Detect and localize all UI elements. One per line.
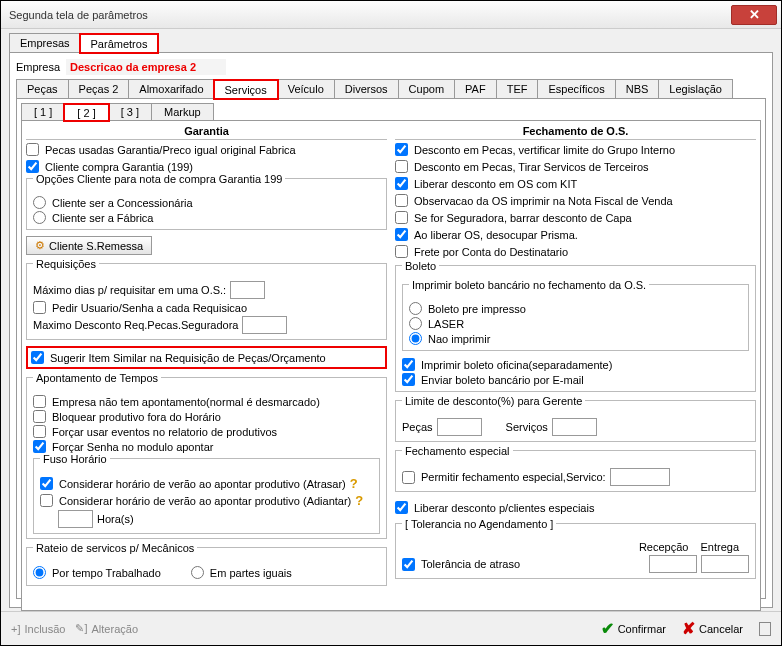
x-icon: ✘ bbox=[682, 619, 695, 638]
input-entrega[interactable] bbox=[701, 555, 749, 573]
btn-inclusao[interactable]: +]Inclusão bbox=[11, 622, 65, 635]
help-icon[interactable]: ? bbox=[350, 476, 358, 491]
lbl-cancelar: Cancelar bbox=[699, 623, 743, 635]
tab-tef[interactable]: TEF bbox=[496, 79, 539, 98]
lbl-imp-oficina: Imprimir boleto oficina(separadamente) bbox=[421, 359, 612, 371]
edit-icon: ✎] bbox=[75, 622, 87, 635]
help-icon[interactable]: ? bbox=[355, 493, 363, 508]
tab-almoxarifado[interactable]: Almoxarifado bbox=[128, 79, 214, 98]
lbl-env-email: Enviar boleto bancário por E-mail bbox=[421, 374, 584, 386]
chk-f1[interactable] bbox=[40, 477, 53, 490]
btn-alteracao[interactable]: ✎]Alteração bbox=[75, 622, 138, 635]
chk-a1[interactable] bbox=[33, 395, 46, 408]
tab-pecas[interactable]: Peças bbox=[16, 79, 69, 98]
req-title: Requisições bbox=[33, 258, 99, 270]
resize-grip-icon bbox=[759, 622, 771, 636]
btn-cancelar[interactable]: ✘Cancelar bbox=[682, 619, 743, 638]
lbl-pecas: Peças bbox=[402, 421, 433, 433]
tab-veiculo[interactable]: Veículo bbox=[277, 79, 335, 98]
lbl-confirmar: Confirmar bbox=[618, 623, 666, 635]
rad-b1[interactable] bbox=[409, 302, 422, 315]
lim-title: Limite de desconto(%) para Gerente bbox=[402, 395, 585, 407]
tab-servicos[interactable]: Serviços bbox=[214, 80, 278, 99]
chk-c6[interactable] bbox=[395, 228, 408, 241]
chk-sugerir-item[interactable] bbox=[31, 351, 44, 364]
apont-title: Apontamento de Tempos bbox=[33, 372, 161, 384]
rad-b2[interactable] bbox=[409, 317, 422, 330]
lbl-b2: LASER bbox=[428, 318, 464, 330]
rad-r2[interactable] bbox=[191, 566, 204, 579]
lbl-c4: Observacao da OS imprimir na Nota Fiscal… bbox=[414, 195, 673, 207]
lbl-o2: Cliente ser a Fábrica bbox=[52, 212, 154, 224]
chk-a4[interactable] bbox=[33, 440, 46, 453]
tab-paf[interactable]: PAF bbox=[454, 79, 497, 98]
tab-empresas[interactable]: Empresas bbox=[9, 33, 81, 52]
chk-env-email[interactable] bbox=[402, 373, 415, 386]
chk-c5[interactable] bbox=[395, 211, 408, 224]
lbl-b3: Nao imprimir bbox=[428, 333, 490, 345]
opt-title: Opções Cliente para nota de compra Garan… bbox=[33, 173, 285, 185]
input-pecas[interactable] bbox=[437, 418, 482, 436]
chk-lib-desc[interactable] bbox=[395, 501, 408, 514]
close-button[interactable]: ✕ bbox=[731, 5, 777, 25]
input-servicos[interactable] bbox=[552, 418, 597, 436]
fuso-title: Fuso Horário bbox=[40, 453, 110, 465]
chk-pecas-usadas[interactable] bbox=[26, 143, 39, 156]
tab-parametros[interactable]: Parâmetros bbox=[80, 34, 159, 53]
lbl-tol-atraso: Tolerância de atraso bbox=[421, 558, 520, 570]
lbl-servicos: Serviços bbox=[506, 421, 548, 433]
lbl-maxdesc: Maximo Desconto Req.Pecas.Seguradora bbox=[33, 319, 238, 331]
lbl-sugerir: Sugerir Item Similar na Requisição de Pe… bbox=[50, 352, 326, 364]
chk-c3[interactable] bbox=[395, 177, 408, 190]
input-fe1[interactable] bbox=[610, 468, 670, 486]
input-maxdesc[interactable] bbox=[242, 316, 287, 334]
subtab-1[interactable]: [ 1 ] bbox=[21, 103, 65, 120]
lbl-entrega: Entrega bbox=[700, 541, 739, 553]
lbl-a1: Empresa não tem apontamento(normal é des… bbox=[52, 396, 320, 408]
tab-especificos[interactable]: Específicos bbox=[537, 79, 615, 98]
lbl-lib: Liberar desconto p/clientes especiais bbox=[414, 502, 594, 514]
tab-legislacao[interactable]: Legislação bbox=[658, 79, 733, 98]
chk-a2[interactable] bbox=[33, 410, 46, 423]
lbl-g2: Cliente compra Garantia (199) bbox=[45, 161, 193, 173]
lbl-inclusao: Inclusão bbox=[24, 623, 65, 635]
chk-a3[interactable] bbox=[33, 425, 46, 438]
lbl-c2: Desconto em Pecas, Tirar Servicos de Ter… bbox=[414, 161, 649, 173]
lbl-r1: Por tempo Trabalhado bbox=[52, 567, 161, 579]
sub-tabs: [ 1 ] [ 2 ] [ 3 ] Markup bbox=[21, 103, 761, 121]
chk-c7[interactable] bbox=[395, 245, 408, 258]
rad-fabrica[interactable] bbox=[33, 211, 46, 224]
lbl-a4: Forçar Senha no modulo apontar bbox=[52, 441, 213, 453]
tab-pecas2[interactable]: Peças 2 bbox=[68, 79, 130, 98]
input-horas[interactable] bbox=[58, 510, 93, 528]
subtab-2[interactable]: [ 2 ] bbox=[64, 104, 108, 121]
btn-confirmar[interactable]: ✔Confirmar bbox=[601, 619, 666, 638]
chk-pedir-usuario[interactable] bbox=[33, 301, 46, 314]
rad-r1[interactable] bbox=[33, 566, 46, 579]
inner-tabs: Peças Peças 2 Almoxarifado Serviços Veíc… bbox=[16, 79, 766, 99]
rad-b3[interactable] bbox=[409, 332, 422, 345]
chk-c2[interactable] bbox=[395, 160, 408, 173]
rad-concessionaria[interactable] bbox=[33, 196, 46, 209]
tab-cupom[interactable]: Cupom bbox=[398, 79, 455, 98]
lbl-c6: Ao liberar OS, desocupar Prisma. bbox=[414, 229, 578, 241]
lbl-r2: Em partes iguais bbox=[210, 567, 292, 579]
chk-c4[interactable] bbox=[395, 194, 408, 207]
chk-f2[interactable] bbox=[40, 494, 53, 507]
tol-title: [ Tolerancia no Agendamento ] bbox=[402, 518, 556, 530]
chk-cliente-compra[interactable] bbox=[26, 160, 39, 173]
tab-nbs[interactable]: NBS bbox=[615, 79, 660, 98]
lbl-fe1: Permitir fechamento especial,Servico: bbox=[421, 471, 606, 483]
chk-tol-atraso[interactable] bbox=[402, 558, 415, 571]
tab-diversos[interactable]: Diversos bbox=[334, 79, 399, 98]
lbl-alteracao: Alteração bbox=[92, 623, 138, 635]
lbl-b1: Boleto pre impresso bbox=[428, 303, 526, 315]
input-recep[interactable] bbox=[649, 555, 697, 573]
subtab-3[interactable]: [ 3 ] bbox=[108, 103, 152, 120]
btn-cliente-sremessa[interactable]: ⚙Cliente S.Remessa bbox=[26, 236, 152, 255]
input-maxdias[interactable] bbox=[230, 281, 265, 299]
chk-c1[interactable] bbox=[395, 143, 408, 156]
chk-fe1[interactable] bbox=[402, 471, 415, 484]
chk-imp-oficina[interactable] bbox=[402, 358, 415, 371]
subtab-markup[interactable]: Markup bbox=[151, 103, 214, 120]
